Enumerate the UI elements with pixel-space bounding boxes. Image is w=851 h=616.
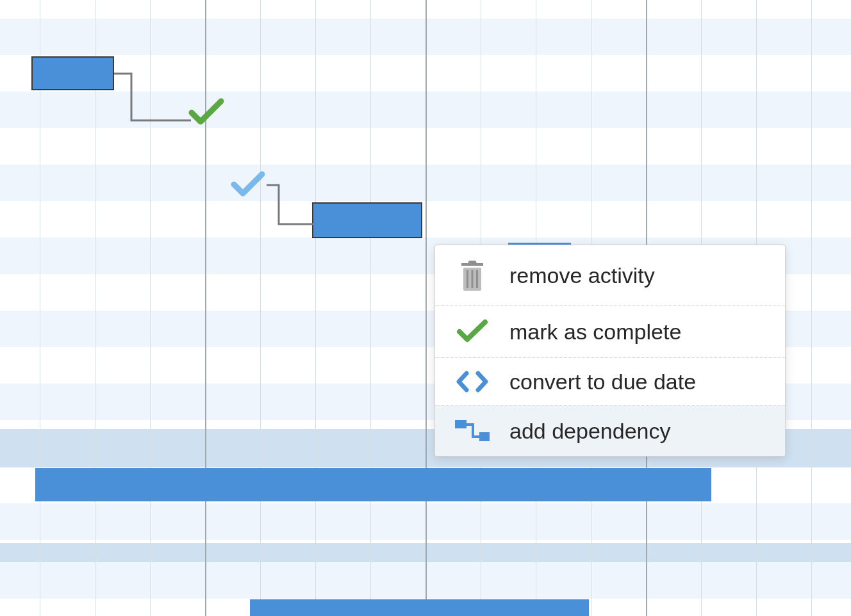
milestone-open-icon[interactable] (230, 170, 266, 200)
menu-item-label: convert to due date (509, 371, 767, 393)
menu-item-remove-activity[interactable]: remove activity (435, 245, 785, 306)
milestone-complete-icon[interactable] (188, 96, 225, 128)
menu-item-label: remove activity (509, 264, 767, 286)
dependency-icon (453, 419, 492, 443)
svg-rect-4 (455, 420, 467, 428)
menu-item-label: add dependency (509, 420, 767, 442)
check-icon (453, 319, 492, 344)
gantt-chart-area[interactable]: remove activity mark as complete convert… (0, 0, 851, 616)
svg-rect-1 (467, 270, 468, 288)
menu-item-mark-complete[interactable]: mark as complete (435, 306, 785, 358)
svg-rect-2 (472, 270, 474, 288)
menu-item-convert-due-date[interactable]: convert to due date (435, 358, 785, 406)
svg-rect-3 (476, 270, 478, 288)
angle-brackets-icon (453, 371, 492, 393)
menu-item-label: mark as complete (509, 321, 767, 343)
svg-rect-5 (479, 432, 490, 441)
menu-item-add-dependency[interactable]: add dependency (435, 406, 785, 456)
context-menu: remove activity mark as complete convert… (434, 245, 786, 457)
trash-icon (453, 258, 492, 293)
